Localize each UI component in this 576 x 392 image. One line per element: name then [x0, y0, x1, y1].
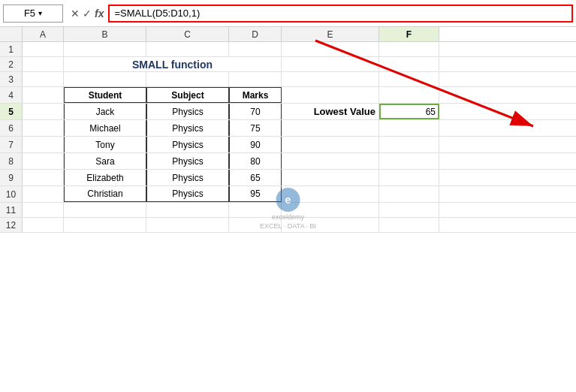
formula-bar-container: F5 ▾ ✕ ✓ fx =SMALL(D5:D10,1) [0, 0, 576, 27]
cancel-icon[interactable]: ✕ [71, 8, 80, 20]
row-header-9: 9 [0, 170, 23, 185]
row-2: 2 SMALL function [0, 57, 576, 72]
cell-c3[interactable] [146, 72, 229, 86]
cell-d4-header: Marks [229, 87, 282, 103]
cell-e8[interactable] [282, 153, 379, 169]
row-header-1: 1 [0, 42, 23, 56]
row-7: 7 Tony Physics 90 [0, 137, 576, 153]
cell-d1[interactable] [229, 42, 282, 56]
row-header-6: 6 [0, 120, 23, 136]
fx-icon[interactable]: fx [95, 8, 104, 20]
cell-d7[interactable]: 90 [229, 137, 282, 152]
cell-c7[interactable]: Physics [146, 137, 229, 152]
cell-c4-header: Subject [146, 87, 229, 103]
cell-e4[interactable] [282, 87, 379, 103]
cell-b6[interactable]: Michael [64, 120, 146, 136]
cell-a1[interactable] [23, 42, 64, 56]
cell-c5[interactable]: Physics [146, 104, 229, 119]
dropdown-icon[interactable]: ▾ [38, 9, 42, 17]
cell-c1[interactable] [146, 42, 229, 56]
cell-b4-header: Student [64, 87, 146, 103]
cell-f3[interactable] [379, 72, 439, 86]
cell-d5[interactable]: 70 [229, 104, 282, 119]
cell-f4[interactable] [379, 87, 439, 103]
col-header-e[interactable]: E [282, 27, 379, 41]
cell-c12[interactable] [146, 218, 229, 232]
cell-d3[interactable] [229, 72, 282, 86]
cell-b9[interactable]: Elizabeth [64, 170, 146, 185]
row-header-8: 8 [0, 153, 23, 169]
cell-f8[interactable] [379, 153, 439, 169]
confirm-icon[interactable]: ✓ [83, 8, 92, 20]
cell-b12[interactable] [64, 218, 146, 232]
cell-e9[interactable] [282, 170, 379, 185]
column-headers: A B C D E F [0, 27, 576, 42]
cell-c6[interactable]: Physics [146, 120, 229, 136]
cell-reference-box[interactable]: F5 ▾ [3, 5, 63, 23]
cell-a7[interactable] [23, 137, 64, 152]
row-header-5: 5 [0, 104, 23, 119]
cell-a9[interactable] [23, 170, 64, 185]
corner-cell [0, 27, 23, 41]
cell-b11[interactable] [64, 203, 146, 217]
cell-c11[interactable] [146, 203, 229, 217]
watermark-text-line1: exceldemy [272, 213, 304, 221]
col-header-b[interactable]: B [64, 27, 146, 41]
cell-b8[interactable]: Sara [64, 153, 146, 169]
cell-a4[interactable] [23, 87, 64, 103]
cell-a8[interactable] [23, 153, 64, 169]
cell-c10[interactable]: Physics [146, 186, 229, 202]
cell-f1[interactable] [379, 42, 439, 56]
cell-c8[interactable]: Physics [146, 153, 229, 169]
cell-b10[interactable]: Christian [64, 186, 146, 202]
cell-a6[interactable] [23, 120, 64, 136]
cell-e6[interactable] [282, 120, 379, 136]
row-4: 4 Student Subject Marks [0, 87, 576, 104]
formula-text: =SMALL(D5:D10,1) [114, 8, 200, 19]
col-header-f[interactable]: F [379, 27, 439, 41]
row-5: 5 Jack Physics 70 Lowest Value 65 [0, 104, 576, 120]
cell-a3[interactable] [23, 72, 64, 86]
cell-f10[interactable] [379, 186, 439, 202]
cell-e3[interactable] [282, 72, 379, 86]
cell-d8[interactable]: 80 [229, 153, 282, 169]
cell-a12[interactable] [23, 218, 64, 232]
cell-f9[interactable] [379, 170, 439, 185]
cell-f7[interactable] [379, 137, 439, 152]
row-header-12: 12 [0, 218, 23, 232]
row-1: 1 [0, 42, 576, 57]
row-header-10: 10 [0, 186, 23, 202]
cell-b5[interactable]: Jack [64, 104, 146, 119]
formula-input[interactable]: =SMALL(D5:D10,1) [108, 5, 573, 23]
sheet-title: SMALL function [132, 59, 213, 71]
cell-f12[interactable] [379, 218, 439, 232]
watermark-logo: e [276, 188, 300, 212]
cell-d6[interactable]: 75 [229, 120, 282, 136]
cell-f2[interactable] [379, 57, 439, 71]
title-cell: SMALL function [64, 57, 282, 71]
cell-b7[interactable]: Tony [64, 137, 146, 152]
cell-d9[interactable]: 65 [229, 170, 282, 185]
cell-e2[interactable] [282, 57, 379, 71]
cell-a2[interactable] [23, 57, 64, 71]
cell-a10[interactable] [23, 186, 64, 202]
cell-e7[interactable] [282, 137, 379, 152]
cell-b3[interactable] [64, 72, 146, 86]
cell-b1[interactable] [64, 42, 146, 56]
col-header-d[interactable]: D [229, 27, 282, 41]
cell-a5[interactable] [23, 104, 64, 119]
cell-f11[interactable] [379, 203, 439, 217]
cell-f6[interactable] [379, 120, 439, 136]
row-6: 6 Michael Physics 75 [0, 120, 576, 137]
row-header-11: 11 [0, 203, 23, 217]
cell-c9[interactable]: Physics [146, 170, 229, 185]
row-header-7: 7 [0, 137, 23, 152]
col-header-c[interactable]: C [146, 27, 229, 41]
cell-f5-value[interactable]: 65 [379, 104, 439, 119]
cell-a11[interactable] [23, 203, 64, 217]
formula-icon-group: ✕ ✓ fx [66, 8, 108, 20]
watermark-text-line2: EXCEL · DATA · BI [260, 222, 316, 230]
col-header-a[interactable]: A [23, 27, 64, 41]
watermark: e exceldemy EXCEL · DATA · BI [260, 188, 316, 230]
cell-e1[interactable] [282, 42, 379, 56]
